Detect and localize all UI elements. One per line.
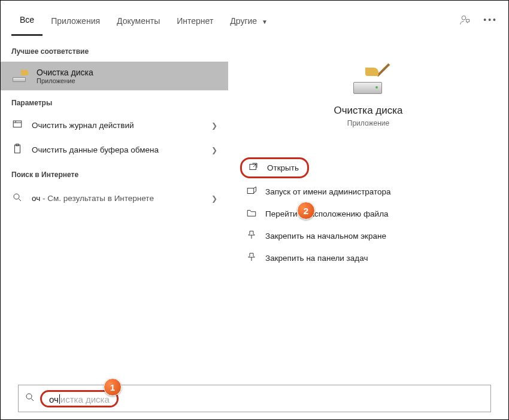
settings-item-clear-activity[interactable]: Очистить журнал действий ❯: [1, 113, 228, 138]
hero-title: Очистка диска: [334, 105, 402, 117]
web-search-item[interactable]: оч - См. результаты в Интернете ❯: [1, 185, 228, 212]
filter-tabs: Все Приложения Документы Интернет Другие…: [11, 3, 459, 36]
action-pin-taskbar[interactable]: Закрепить на панели задач: [240, 247, 496, 269]
search-icon: [11, 192, 23, 205]
section-best-match: Лучшее соответствие: [1, 39, 228, 62]
hero-subtitle: Приложение: [347, 119, 389, 127]
results-panel: Лучшее соответствие Очистка диска Прилож…: [1, 39, 228, 377]
svg-point-0: [462, 16, 466, 20]
tab-web[interactable]: Интернет: [168, 4, 222, 35]
action-label: Перейти к расположению файла: [265, 209, 389, 218]
svg-rect-6: [247, 188, 254, 194]
annotation-badge-1: 1: [104, 378, 122, 396]
action-open-location[interactable]: Перейти к расположению файла: [240, 203, 496, 225]
pin-start-icon: [246, 230, 257, 242]
search-icon: [25, 392, 35, 405]
tab-documents[interactable]: Документы: [108, 4, 168, 35]
clipboard-icon: [11, 144, 23, 156]
chevron-right-icon: ❯: [211, 121, 217, 130]
tab-other-label: Другие: [230, 16, 257, 26]
more-icon[interactable]: •••: [483, 15, 498, 25]
chevron-right-icon: ❯: [211, 146, 217, 154]
feedback-icon[interactable]: [459, 14, 470, 25]
text-caret: [59, 394, 60, 404]
svg-rect-1: [13, 121, 22, 127]
action-open[interactable]: Открыть: [240, 157, 309, 178]
chevron-right-icon: ❯: [211, 194, 217, 203]
annotation-badge-2: 2: [297, 202, 315, 220]
svg-point-7: [26, 394, 32, 399]
best-match-subtitle: Приложение: [37, 77, 93, 84]
activity-history-icon: [11, 119, 23, 132]
tab-all[interactable]: Все: [11, 3, 43, 36]
action-pin-start[interactable]: Закрепить на начальном экране: [240, 225, 496, 247]
folder-icon: [246, 208, 257, 220]
settings-item-label: Очистить журнал действий: [32, 121, 134, 130]
svg-point-4: [14, 194, 19, 199]
action-label: Закрепить на панели задач: [265, 254, 368, 263]
top-bar: Все Приложения Документы Интернет Другие…: [1, 1, 508, 39]
search-box[interactable]: очистка диска: [18, 385, 491, 412]
best-match-item[interactable]: Очистка диска Приложение: [1, 62, 228, 90]
action-list: Открыть Запуск от имени администратора П…: [240, 157, 496, 269]
admin-icon: [246, 185, 257, 198]
disk-cleanup-icon: [11, 70, 28, 82]
best-match-title: Очистка диска: [37, 68, 93, 77]
action-label: Закрепить на начальном экране: [265, 232, 386, 241]
section-web-search: Поиск в Интернете: [1, 162, 228, 185]
preview-panel: Очистка диска Приложение Открыть Запуск …: [228, 39, 508, 377]
disk-cleanup-hero-icon: [350, 63, 387, 94]
search-ghost-text: истка диска: [60, 394, 110, 404]
svg-rect-2: [15, 145, 20, 153]
action-label: Запуск от имени администратора: [265, 187, 391, 196]
settings-item-label: Очистить данные буфера обмена: [32, 145, 159, 154]
tab-apps[interactable]: Приложения: [43, 4, 108, 35]
open-icon: [248, 162, 259, 174]
action-run-as-admin[interactable]: Запуск от имени администратора: [240, 181, 496, 203]
settings-item-clear-clipboard[interactable]: Очистить данные буфера обмена ❯: [1, 138, 228, 162]
pin-taskbar-icon: [246, 252, 257, 264]
chevron-down-icon: ▼: [262, 19, 268, 25]
tab-other[interactable]: Другие ▼: [222, 4, 276, 35]
web-search-text: оч - См. результаты в Интернете: [32, 194, 154, 203]
section-settings: Параметры: [1, 90, 228, 113]
search-typed-text: оч: [49, 394, 59, 404]
action-label: Открыть: [267, 163, 299, 172]
